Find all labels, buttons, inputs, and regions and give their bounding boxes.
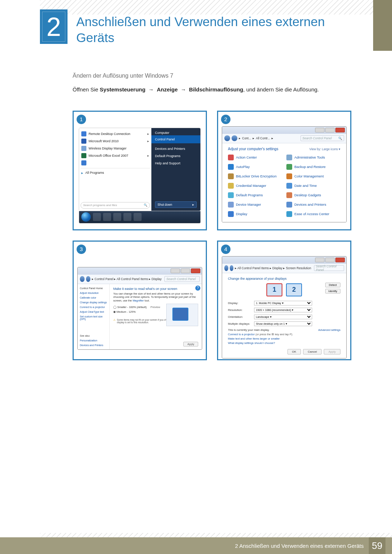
screen-resolution-title: Change the appearance of your displays bbox=[228, 277, 340, 280]
control-panel-item[interactable]: Display bbox=[228, 211, 282, 217]
control-panel-item-icon bbox=[286, 183, 292, 189]
projector-hint: (or press the ⊞ key and tap P) bbox=[255, 333, 293, 336]
taskbar-button[interactable] bbox=[123, 213, 131, 221]
screenshot-2-control-panel: 2 ▸ Cont... ▸ All Contr... ▸ bbox=[217, 111, 351, 230]
help-icon[interactable]: ? bbox=[195, 286, 200, 291]
close-button[interactable] bbox=[335, 258, 345, 262]
close-button[interactable] bbox=[335, 128, 345, 132]
side-link[interactable]: Calibrate color bbox=[80, 296, 107, 299]
start-right-link[interactable]: Help and Support bbox=[155, 161, 197, 165]
side-link[interactable]: Adjust resolution bbox=[80, 292, 107, 294]
close-button[interactable] bbox=[191, 268, 200, 273]
explorer-search-input[interactable]: Search Control Panel bbox=[164, 276, 200, 282]
start-right-link[interactable]: Computer bbox=[155, 131, 197, 135]
maximize-button[interactable] bbox=[325, 128, 335, 132]
breadcrumb-seg[interactable]: All Contr... bbox=[256, 136, 270, 140]
ok-button[interactable]: OK bbox=[287, 349, 301, 354]
control-panel-item[interactable]: Date and Time bbox=[286, 183, 340, 189]
taskbar-button[interactable] bbox=[134, 213, 142, 221]
cancel-button[interactable]: Cancel bbox=[303, 349, 322, 354]
breadcrumb[interactable]: ▸ All Control Panel Items ▸ Display ▸ Sc… bbox=[235, 266, 311, 270]
monitor-2-icon[interactable]: 2 bbox=[286, 283, 302, 296]
taskbar-button[interactable] bbox=[113, 213, 121, 221]
field-label: Orientation: bbox=[228, 315, 254, 319]
explorer-search-input[interactable]: Search Control Panel 🔍 bbox=[301, 135, 344, 141]
start-menu-item[interactable]: Remote Desktop Connection▸ bbox=[81, 130, 150, 138]
monitor-1-icon[interactable]: 1 bbox=[266, 283, 282, 296]
footer-hatch bbox=[40, 533, 392, 537]
view-by-selector[interactable]: View by: Large icons ▾ bbox=[309, 147, 340, 151]
control-panel-item[interactable]: Ease of Access Center bbox=[286, 211, 340, 217]
breadcrumb-seg[interactable]: Cont... bbox=[242, 136, 251, 140]
control-panel-item[interactable]: Device Manager bbox=[228, 202, 282, 208]
nav-back-icon[interactable] bbox=[224, 265, 228, 271]
all-programs-link[interactable]: All Programs bbox=[81, 170, 150, 176]
control-panel-item[interactable]: Devices and Printers bbox=[286, 202, 340, 208]
see-also-heading: See also bbox=[80, 335, 107, 337]
side-link[interactable]: Connect to a projector bbox=[80, 306, 107, 308]
main-description: You can change the size of text and othe… bbox=[113, 292, 198, 303]
maximize-button[interactable] bbox=[325, 258, 335, 262]
control-panel-item[interactable]: Color Management bbox=[286, 173, 340, 179]
explorer-search-input[interactable]: Search Control Panel bbox=[314, 265, 344, 271]
control-panel-item[interactable]: Desktop Gadgets bbox=[286, 192, 340, 198]
display-select[interactable]: 1. Mobile PC Display ▾ bbox=[254, 301, 312, 305]
apply-button[interactable]: Apply bbox=[324, 349, 340, 354]
magnifier-link[interactable]: Magnifier bbox=[132, 299, 144, 302]
side-link[interactable]: Devices and Printers bbox=[80, 344, 107, 346]
control-panel-item[interactable]: AutoPlay bbox=[228, 164, 282, 170]
field-label: Multiple displays: bbox=[228, 322, 254, 325]
control-panel-item[interactable]: Backup and Restore bbox=[286, 164, 340, 170]
nav-forward-icon[interactable] bbox=[232, 135, 237, 141]
nav-back-icon[interactable] bbox=[80, 276, 85, 282]
side-link[interactable]: Change display settings bbox=[80, 301, 107, 304]
taskbar-button[interactable] bbox=[93, 213, 101, 221]
control-panel-item-label: Date and Time bbox=[294, 184, 317, 188]
text-size-link[interactable]: Make text and other items larger or smal… bbox=[228, 337, 280, 340]
resolution-select[interactable]: 1920 × 1080 (recommended) ▾ bbox=[254, 308, 312, 312]
control-panel-item-label: AutoPlay bbox=[236, 165, 250, 169]
side-link[interactable]: Set custom text size (DPI) bbox=[80, 315, 107, 320]
start-menu-item[interactable]: Microsoft Word 2010▸ bbox=[81, 138, 150, 145]
shutdown-button[interactable]: Shut down bbox=[155, 201, 197, 208]
start-orb-icon[interactable] bbox=[81, 212, 91, 222]
multiple-displays-select[interactable]: Show desktop only on 1 ▾ bbox=[254, 321, 312, 326]
advanced-settings-link[interactable]: Advanced settings bbox=[318, 328, 340, 332]
nav-forward-icon[interactable] bbox=[230, 265, 234, 271]
control-panel-item[interactable]: Administrative Tools bbox=[286, 155, 340, 160]
start-menu-item[interactable] bbox=[81, 159, 150, 167]
side-link[interactable]: Personalization bbox=[80, 339, 107, 342]
explorer-nav-bar: ▸ All Control Panel Items ▸ Display ▸ Sc… bbox=[222, 264, 346, 273]
side-link[interactable]: Adjust ClearType text bbox=[80, 311, 107, 313]
control-panel-item[interactable]: BitLocker Drive Encryption bbox=[228, 173, 282, 179]
apply-button[interactable]: Apply bbox=[183, 342, 198, 346]
minimize-button[interactable] bbox=[315, 258, 324, 262]
minimize-button[interactable] bbox=[171, 268, 180, 273]
maximize-button[interactable] bbox=[181, 268, 190, 273]
orientation-select[interactable]: Landscape ▾ bbox=[254, 315, 312, 319]
minimize-button[interactable] bbox=[315, 128, 324, 132]
chevron-right-icon: ▸ bbox=[147, 139, 149, 143]
start-right-link[interactable]: Default Programs bbox=[155, 154, 197, 158]
header-accent-band bbox=[373, 0, 392, 51]
control-panel-item[interactable]: Action Center bbox=[228, 155, 282, 160]
taskbar-button[interactable] bbox=[103, 213, 111, 221]
breadcrumb-seg[interactable]: ▸ bbox=[239, 136, 241, 140]
control-panel-item-icon bbox=[286, 211, 292, 217]
start-search-input[interactable]: Search programs and files 🔍 bbox=[81, 202, 150, 209]
identify-button[interactable]: Identify bbox=[325, 289, 340, 294]
detect-button[interactable]: Detect bbox=[325, 283, 340, 287]
app-icon bbox=[81, 139, 86, 144]
breadcrumb[interactable]: ▸ Control Panel ▸ All Control Panel Item… bbox=[92, 277, 162, 281]
side-heading: Control Panel Home bbox=[80, 287, 107, 290]
start-right-link-control-panel[interactable]: Control Panel bbox=[151, 135, 200, 143]
start-menu-item[interactable]: Microsoft Office Excel 2007▸ bbox=[81, 152, 150, 159]
projector-link[interactable]: Connect to a projector bbox=[228, 333, 255, 336]
start-right-link[interactable]: Devices and Printers bbox=[155, 147, 197, 151]
start-menu-item[interactable]: Wireless Display Manager bbox=[81, 145, 150, 152]
nav-forward-icon[interactable] bbox=[86, 276, 91, 282]
nav-back-icon[interactable] bbox=[224, 135, 230, 141]
control-panel-item[interactable]: Credential Manager bbox=[228, 183, 282, 189]
control-panel-item[interactable]: Default Programs bbox=[228, 192, 282, 198]
what-settings-link[interactable]: What display settings should I choose? bbox=[228, 341, 275, 345]
